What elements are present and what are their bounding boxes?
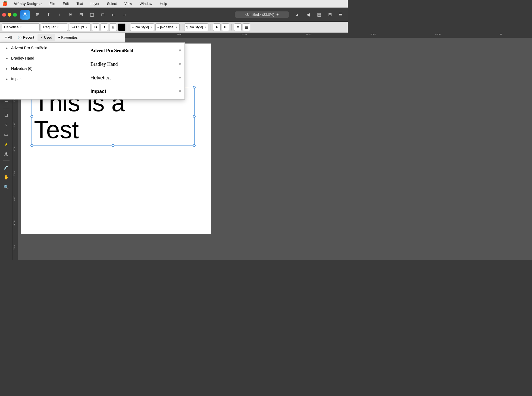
handle-top-right[interactable] xyxy=(193,86,196,89)
font-preview-impact[interactable]: Impact ♥ xyxy=(87,85,184,98)
font-preview-list: Advent Pro SemiBold ♥ Bradley Hand ♥ Hel… xyxy=(87,43,184,99)
expand-arrow-advent: ▶ xyxy=(6,47,9,49)
para2-style-a: ¶ xyxy=(186,26,188,29)
expand-arrow-impact: ▶ xyxy=(6,78,9,81)
hand-tool[interactable]: ✋ xyxy=(2,173,11,181)
toolbar-divider-3 xyxy=(3,160,10,161)
font-preview-bradley[interactable]: Bradley Hand ♥ xyxy=(87,57,184,71)
menubar-help[interactable]: Help xyxy=(158,1,169,6)
font-family-select[interactable]: Helvetica ▼ xyxy=(2,23,40,31)
font-dropdown: ▶ Advent Pro SemiBold ▶ Bradley Hand ▶ H… xyxy=(0,42,185,100)
align-right-button[interactable]: ⊐ xyxy=(120,10,129,20)
toolbar-right: ▲ ◀ ▤ ⊞ ☰ xyxy=(292,10,346,20)
font-filter-bar: ≡ All 🕐 Recent ✓ Used ♥ Favourites xyxy=(0,33,125,42)
back-button[interactable]: ◀ xyxy=(303,10,313,20)
toolbar-divider-2 xyxy=(3,108,10,108)
text-tool[interactable]: A xyxy=(2,150,11,158)
heart-advent[interactable]: ♥ xyxy=(179,48,181,53)
handle-middle-left[interactable] xyxy=(30,115,33,118)
share-button[interactable]: ⬆ xyxy=(43,10,53,20)
list-icon: ≡ xyxy=(5,36,7,39)
ruler-v-label: 3000 xyxy=(13,147,15,151)
menubar-layer[interactable]: Layer xyxy=(89,1,101,6)
font-item-helvetica[interactable]: ▶ Helvetica (6) xyxy=(0,63,87,74)
font-style-select[interactable]: Regular ▼ xyxy=(41,23,68,31)
menubar-edit[interactable]: Edit xyxy=(61,1,70,6)
underline-button[interactable]: U xyxy=(109,23,117,31)
font-family-chevron: ▼ xyxy=(20,26,22,29)
font-color-swatch[interactable] xyxy=(118,23,126,31)
star-icon: ✦ xyxy=(276,13,279,17)
character-style-select[interactable]: a [No Style] ▼ xyxy=(130,23,154,31)
zoom-tool[interactable]: 🔍 xyxy=(2,182,11,191)
ruler-label: 3500 xyxy=(306,33,311,36)
handle-bottom-right[interactable] xyxy=(193,144,196,147)
view-mode-button[interactable]: ▲ xyxy=(292,10,302,20)
heart-bradley[interactable]: ♥ xyxy=(179,62,181,67)
menubar-view[interactable]: View xyxy=(123,1,134,6)
maximize-button[interactable] xyxy=(13,13,17,17)
snapping-button[interactable]: ◫ xyxy=(87,10,97,20)
indent-button[interactable]: ⊩ xyxy=(222,23,229,31)
ruler-label: 2500 xyxy=(177,33,182,36)
para-style-value: [No Style] xyxy=(160,25,174,29)
document-title: <Untitled> (23.0%) ✦ xyxy=(235,11,289,18)
layers-button[interactable]: ▤ xyxy=(314,10,324,20)
handle-middle-right[interactable] xyxy=(193,115,196,118)
font-preview-helvetica[interactable]: Helvetica ♥ xyxy=(87,71,184,85)
constraints-button[interactable]: ◻ xyxy=(98,10,108,20)
align-left-button[interactable]: ⊏ xyxy=(109,10,118,20)
apple-menu[interactable]: 🍎 xyxy=(2,1,8,6)
filter-tab-recent[interactable]: 🕐 Recent xyxy=(15,34,37,41)
expand-arrow-helvetica: ▶ xyxy=(6,67,9,70)
star-tool[interactable]: ★ xyxy=(2,140,11,148)
menubar-select[interactable]: Select xyxy=(105,1,118,6)
aa-style-select[interactable]: a [No Style] ▼ xyxy=(155,23,180,31)
grid-view-button[interactable]: ⊞ xyxy=(33,10,42,20)
align-right-text-button[interactable]: ≣ xyxy=(243,23,250,31)
rounded-rect-tool[interactable]: ▭ xyxy=(2,130,11,139)
font-toolbar: Helvetica ▼ Regular ▼ 241.5 pt ▼ B I U a… xyxy=(0,22,348,33)
font-item-advent[interactable]: ▶ Advent Pro SemiBold xyxy=(0,43,87,53)
heart-icon: ♥ xyxy=(58,36,60,39)
italic-button[interactable]: I xyxy=(101,23,108,31)
main-toolbar: A ⊞ ⬆ ↑ ✳ ⊞ ◫ ◻ ⊏ ⊐ <Untitled> (23.0%) ✦… xyxy=(0,8,348,22)
ellipse-tool[interactable]: ○ xyxy=(2,120,11,129)
handle-bottom-center[interactable] xyxy=(112,144,114,147)
rectangle-tool[interactable]: ◻ xyxy=(2,110,11,119)
grid-button[interactable]: ⊞ xyxy=(76,10,86,20)
char-style-chevron: ▼ xyxy=(150,26,152,29)
menubar-file[interactable]: File xyxy=(48,1,57,6)
filter-tab-all[interactable]: ≡ All xyxy=(2,34,14,41)
align-left-text-button[interactable]: ≡ xyxy=(234,23,242,31)
font-preview-advent[interactable]: Advent Pro SemiBold ♥ xyxy=(87,44,184,57)
more-button[interactable]: ☰ xyxy=(336,10,346,20)
menubar-app-name[interactable]: Affinity Designer xyxy=(12,1,43,6)
bold-button[interactable]: B xyxy=(92,23,99,31)
filter-tab-favourites[interactable]: ♥ Favourites xyxy=(55,34,80,41)
spacing-button[interactable]: ⊧ xyxy=(213,23,221,31)
pointer-tool[interactable]: ↑ xyxy=(54,10,64,20)
font-item-impact[interactable]: ▶ Impact xyxy=(0,74,87,84)
properties-button[interactable]: ⊞ xyxy=(325,10,335,20)
heart-helvetica[interactable]: ♥ xyxy=(179,75,181,80)
text-line-2: Test xyxy=(34,116,192,143)
menubar-window[interactable]: Window xyxy=(138,1,154,6)
filter-tab-used[interactable]: ✓ Used xyxy=(37,34,55,41)
font-size-chevron: ▼ xyxy=(85,26,88,29)
ruler-v-label: 4000 xyxy=(13,196,15,201)
font-item-bradley[interactable]: ▶ Bradley Hand xyxy=(0,53,87,63)
close-button[interactable] xyxy=(2,13,6,17)
font-family-value: Helvetica xyxy=(4,25,18,29)
ruler-v-label: 3500 xyxy=(13,171,15,176)
handle-bottom-left[interactable] xyxy=(30,144,33,147)
transform-tool[interactable]: ✳ xyxy=(65,10,75,20)
font-size-select[interactable]: 241.5 pt ▼ xyxy=(69,23,91,31)
document-name: <Untitled> (23.0%) xyxy=(245,13,274,17)
heart-impact[interactable]: ♥ xyxy=(179,89,181,94)
paragraph-style-select[interactable]: ¶ [No Style] ▼ xyxy=(184,23,208,31)
toolbar-divider-2 xyxy=(182,24,182,30)
minimize-button[interactable] xyxy=(8,13,11,17)
eyedropper-tool[interactable]: 💉 xyxy=(2,163,11,172)
menubar-text[interactable]: Text xyxy=(75,1,85,6)
